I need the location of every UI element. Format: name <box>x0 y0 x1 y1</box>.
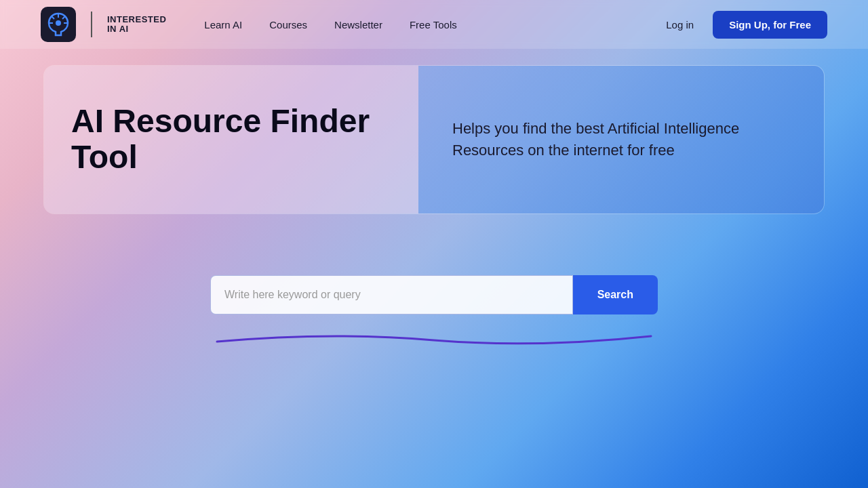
free-tools-link[interactable]: Free Tools <box>399 14 468 36</box>
svg-point-1 <box>56 20 61 26</box>
hero-left-panel: AI Resource Finder Tool <box>44 66 418 214</box>
hero-right-panel: Helps you find the best Artificial Intel… <box>418 66 824 214</box>
hero-description: Helps you find the best Artificial Intel… <box>452 118 790 161</box>
logo-text: INTERESTED IN AI <box>107 15 166 35</box>
search-input[interactable] <box>210 275 573 314</box>
logo-area[interactable]: INTERESTED IN AI <box>41 7 166 42</box>
search-container: Search <box>210 275 658 314</box>
logo-divider <box>91 12 92 37</box>
hero-card: AI Resource Finder Tool Helps you find t… <box>43 65 825 214</box>
nav-actions: Log in Sign Up, for Free <box>658 11 827 39</box>
logo-brand-bottom: IN AI <box>107 24 166 34</box>
logo-brand-top: INTERESTED <box>107 15 166 24</box>
signup-button[interactable]: Sign Up, for Free <box>713 11 827 39</box>
underline-curve <box>210 328 658 348</box>
navbar: INTERESTED IN AI Learn AI Courses Newsle… <box>0 0 868 49</box>
hero-title: AI Resource Finder Tool <box>71 104 391 176</box>
login-button[interactable]: Log in <box>658 14 702 36</box>
courses-link[interactable]: Courses <box>258 14 318 36</box>
search-button[interactable]: Search <box>573 275 658 314</box>
learn-ai-link[interactable]: Learn AI <box>193 14 253 36</box>
logo-icon <box>41 7 76 42</box>
search-section: Search <box>0 275 868 314</box>
newsletter-link[interactable]: Newsletter <box>323 14 393 36</box>
nav-links: Learn AI Courses Newsletter Free Tools <box>193 14 658 36</box>
